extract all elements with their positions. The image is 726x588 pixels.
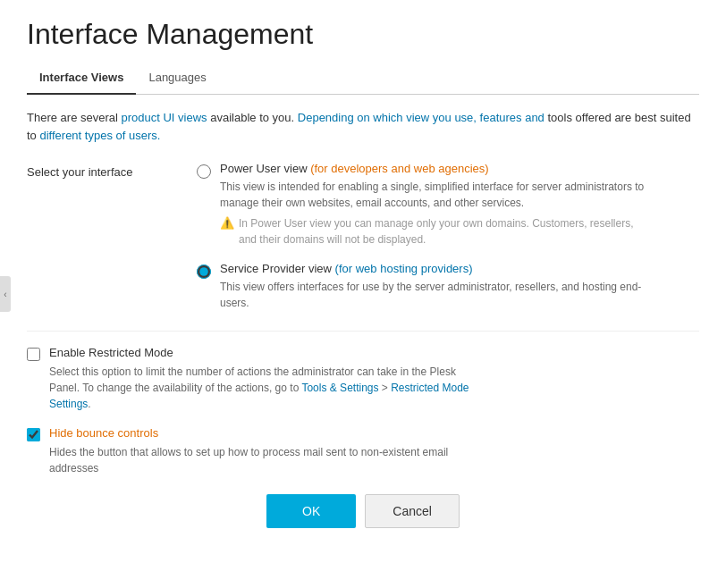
hide-bounce-desc: Hides the button that allows to set up h…: [49, 444, 478, 476]
service-provider-content: Service Provider view (for web hosting p…: [220, 262, 649, 311]
hide-bounce-checkbox[interactable]: [27, 428, 40, 441]
service-provider-title-text: Service Provider view: [220, 262, 335, 275]
action-buttons: OK Cancel: [27, 494, 699, 528]
power-user-desc: This view is intended for enabling a sin…: [220, 179, 649, 211]
tabs-container: Interface Views Languages: [27, 63, 699, 95]
power-user-content: Power User view (for developers and web …: [220, 162, 649, 248]
tab-languages[interactable]: Languages: [136, 63, 218, 95]
service-provider-subtitle: (for web hosting providers): [335, 262, 473, 275]
restricted-mode-separator: >: [378, 382, 391, 394]
hide-bounce-section: Hide bounce controls Hides the button th…: [27, 426, 699, 476]
hide-bounce-content: Hide bounce controls Hides the button th…: [49, 426, 478, 476]
cancel-button[interactable]: Cancel: [365, 494, 460, 528]
page-description: There are several product UI views avail…: [27, 109, 699, 144]
power-user-option: Power User view (for developers and web …: [197, 162, 699, 248]
service-provider-option: Service Provider view (for web hosting p…: [197, 262, 699, 311]
power-user-radio[interactable]: [197, 164, 211, 179]
tab-interface-views[interactable]: Interface Views: [27, 63, 136, 95]
hide-bounce-title: Hide bounce controls: [49, 426, 478, 440]
power-user-title-text: Power User view: [220, 162, 310, 175]
restricted-mode-section: Enable Restricted Mode Select this optio…: [27, 346, 699, 412]
ok-button[interactable]: OK: [266, 494, 356, 528]
restricted-mode-title: Enable Restricted Mode: [49, 346, 478, 359]
restricted-mode-desc: Select this option to limit the number o…: [49, 364, 478, 412]
warning-icon: ⚠️: [220, 216, 234, 230]
interface-section-label: Select your interface: [27, 162, 197, 179]
service-provider-title: Service Provider view (for web hosting p…: [220, 262, 649, 275]
power-user-title: Power User view (for developers and web …: [220, 162, 649, 175]
power-user-warning-text: In Power User view you can manage only y…: [239, 215, 649, 248]
service-provider-desc: This view offers interfaces for use by t…: [220, 279, 649, 311]
tools-settings-link[interactable]: Tools & Settings: [301, 382, 378, 394]
interface-selection-section: Select your interface Power User view (f…: [27, 162, 699, 311]
restricted-mode-desc-after: .: [88, 398, 90, 410]
service-provider-radio[interactable]: [197, 265, 211, 279]
page-title: Interface Management: [27, 18, 699, 51]
power-user-subtitle: (for developers and web agencies): [310, 162, 488, 175]
restricted-mode-checkbox[interactable]: [27, 348, 40, 361]
restricted-mode-content: Enable Restricted Mode Select this optio…: [49, 346, 478, 412]
section-divider-1: [27, 331, 699, 332]
radio-options-container: Power User view (for developers and web …: [197, 162, 699, 311]
power-user-warning: ⚠️ In Power User view you can manage onl…: [220, 215, 649, 248]
left-collapse-handle[interactable]: ‹: [0, 276, 11, 312]
